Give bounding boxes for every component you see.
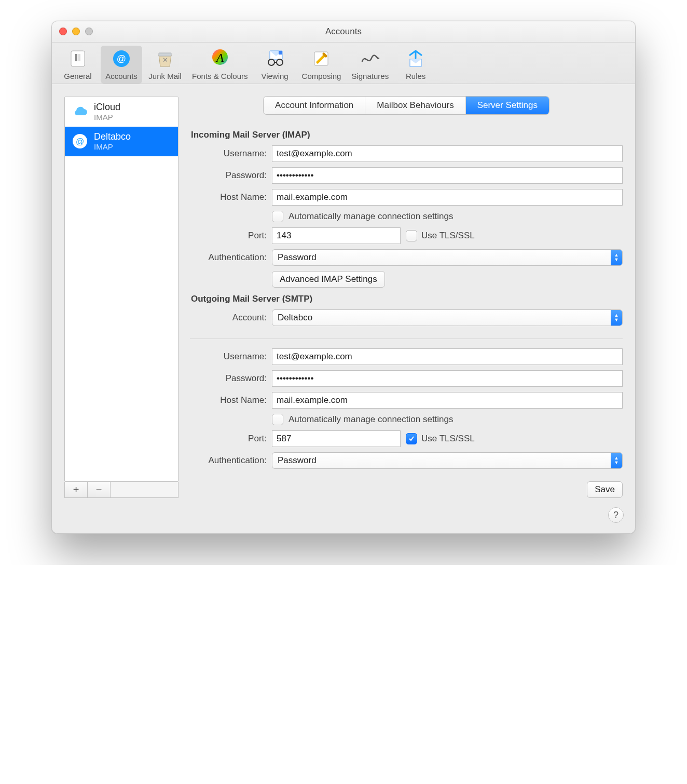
help-area: ? bbox=[52, 507, 635, 533]
svg-text:✕: ✕ bbox=[162, 56, 168, 64]
incoming-authentication-select[interactable]: Password ▲▼ bbox=[272, 249, 623, 266]
account-item-icloud[interactable]: iCloud IMAP bbox=[65, 97, 178, 127]
tab-mailbox-behaviours[interactable]: Mailbox Behaviours bbox=[365, 97, 465, 114]
outgoing-account-value: Deltabco bbox=[272, 313, 611, 323]
advanced-imap-settings-button[interactable]: Advanced IMAP Settings bbox=[272, 271, 385, 288]
incoming-auto-manage-row[interactable]: Automatically manage connection settings bbox=[272, 211, 623, 222]
label-username: Username: bbox=[190, 352, 267, 362]
toolbar-item-label: Viewing bbox=[261, 72, 288, 80]
viewing-icon bbox=[264, 48, 286, 70]
outgoing-auto-manage-label: Automatically manage connection settings bbox=[288, 414, 454, 425]
outgoing-form: Account: Deltabco ▲▼ Username: Password: bbox=[190, 309, 623, 498]
toolbar-item-label: Rules bbox=[406, 72, 425, 80]
tab-server-settings[interactable]: Server Settings bbox=[466, 97, 549, 114]
svg-rect-1 bbox=[75, 54, 77, 61]
add-account-button[interactable]: + bbox=[65, 482, 88, 497]
signatures-icon bbox=[359, 48, 381, 70]
outgoing-auto-manage-checkbox[interactable] bbox=[272, 414, 283, 425]
account-item-deltabco[interactable]: @ Deltabco IMAP bbox=[65, 127, 178, 156]
incoming-authentication-value: Password bbox=[272, 252, 611, 263]
toolbar-item-signatures[interactable]: Signatures bbox=[347, 46, 393, 84]
chevron-updown-icon: ▲▼ bbox=[611, 250, 622, 265]
svg-text:@: @ bbox=[76, 137, 84, 146]
svg-text:A: A bbox=[215, 51, 224, 64]
toolbar-item-rules[interactable]: Rules bbox=[395, 46, 436, 84]
incoming-auto-manage-label: Automatically manage connection settings bbox=[288, 211, 454, 222]
incoming-form: Username: Password: Host Name: Automatic… bbox=[190, 145, 623, 288]
incoming-tls-label: Use TLS/SSL bbox=[421, 231, 475, 241]
outgoing-tls-row[interactable]: Use TLS/SSL bbox=[406, 433, 475, 444]
incoming-password-input[interactable] bbox=[272, 167, 623, 184]
outgoing-username-input[interactable] bbox=[272, 348, 623, 365]
incoming-auto-manage-checkbox[interactable] bbox=[272, 211, 283, 222]
incoming-username-input[interactable] bbox=[272, 145, 623, 162]
outgoing-tls-label: Use TLS/SSL bbox=[421, 434, 475, 444]
outgoing-section-title: Outgoing Mail Server (SMTP) bbox=[191, 294, 623, 304]
incoming-tls-checkbox[interactable] bbox=[406, 230, 417, 241]
help-button[interactable]: ? bbox=[608, 507, 624, 523]
toolbar-item-label: Signatures bbox=[351, 72, 389, 80]
toolbar-item-label: Composing bbox=[302, 72, 341, 80]
account-sidebar: iCloud IMAP @ Deltabco IMAP bbox=[64, 97, 178, 498]
svg-point-12 bbox=[268, 59, 274, 65]
save-button[interactable]: Save bbox=[587, 481, 623, 498]
chevron-updown-icon: ▲▼ bbox=[611, 310, 622, 326]
outgoing-auto-manage-row[interactable]: Automatically manage connection settings bbox=[272, 414, 623, 425]
close-icon[interactable] bbox=[59, 28, 67, 35]
label-account: Account: bbox=[190, 313, 267, 323]
incoming-tls-row[interactable]: Use TLS/SSL bbox=[406, 230, 475, 241]
label-username: Username: bbox=[190, 148, 267, 159]
incoming-section-title: Incoming Mail Server (IMAP) bbox=[191, 130, 623, 140]
outgoing-tls-checkbox[interactable] bbox=[406, 433, 417, 444]
account-protocol: IMAP bbox=[94, 142, 131, 151]
preferences-toolbar: General @ Accounts ✕ Junk Mail bbox=[52, 43, 635, 84]
toolbar-item-general[interactable]: General bbox=[57, 46, 99, 84]
at-icon: @ bbox=[71, 132, 89, 150]
body: iCloud IMAP @ Deltabco IMAP bbox=[52, 84, 635, 507]
outgoing-authentication-select[interactable]: Password ▲▼ bbox=[272, 452, 623, 469]
toolbar-item-label: Junk Mail bbox=[148, 72, 181, 80]
outgoing-port-input[interactable] bbox=[272, 430, 401, 447]
toolbar-item-composing[interactable]: Composing bbox=[298, 46, 346, 84]
label-hostname: Host Name: bbox=[190, 395, 267, 405]
outgoing-password-input[interactable] bbox=[272, 370, 623, 387]
icloud-icon bbox=[71, 103, 89, 120]
preferences-window: Accounts General @ Accounts bbox=[51, 21, 636, 534]
svg-point-13 bbox=[277, 59, 283, 65]
remove-account-button[interactable]: − bbox=[88, 482, 111, 497]
window-title: Accounts bbox=[325, 26, 362, 37]
label-hostname: Host Name: bbox=[190, 192, 267, 202]
label-password: Password: bbox=[190, 170, 267, 181]
label-authentication: Authentication: bbox=[190, 252, 267, 263]
outgoing-hostname-input[interactable] bbox=[272, 392, 623, 409]
label-port: Port: bbox=[190, 231, 267, 241]
account-name: Deltabco bbox=[94, 132, 131, 142]
fonts-colours-icon: A bbox=[209, 48, 231, 70]
toolbar-item-fonts-colours[interactable]: A Fonts & Colours bbox=[188, 46, 252, 84]
toolbar-item-accounts[interactable]: @ Accounts bbox=[101, 46, 142, 84]
minimize-icon[interactable] bbox=[72, 28, 80, 35]
toolbar-item-viewing[interactable]: Viewing bbox=[254, 46, 296, 84]
toolbar-item-label: Accounts bbox=[105, 72, 138, 80]
incoming-hostname-input[interactable] bbox=[272, 189, 623, 206]
account-list-footer: + − bbox=[64, 482, 178, 498]
account-protocol: IMAP bbox=[94, 113, 120, 121]
settings-tabs: Account Information Mailbox Behaviours S… bbox=[264, 97, 549, 114]
rules-icon bbox=[405, 48, 427, 70]
footer-filler bbox=[111, 482, 178, 497]
toolbar-item-junk-mail[interactable]: ✕ Junk Mail bbox=[144, 46, 186, 84]
composing-icon bbox=[310, 48, 332, 70]
label-password: Password: bbox=[190, 373, 267, 384]
general-icon bbox=[67, 48, 89, 70]
svg-text:@: @ bbox=[117, 53, 126, 64]
incoming-port-input[interactable] bbox=[272, 227, 401, 244]
account-name: iCloud bbox=[94, 102, 120, 113]
accounts-icon: @ bbox=[111, 48, 132, 70]
tab-account-information[interactable]: Account Information bbox=[264, 97, 365, 114]
zoom-icon bbox=[85, 28, 93, 35]
outgoing-account-select[interactable]: Deltabco ▲▼ bbox=[272, 309, 623, 326]
label-port: Port: bbox=[190, 434, 267, 444]
label-authentication: Authentication: bbox=[190, 455, 267, 466]
account-list: iCloud IMAP @ Deltabco IMAP bbox=[64, 97, 178, 482]
titlebar: Accounts bbox=[52, 21, 635, 43]
